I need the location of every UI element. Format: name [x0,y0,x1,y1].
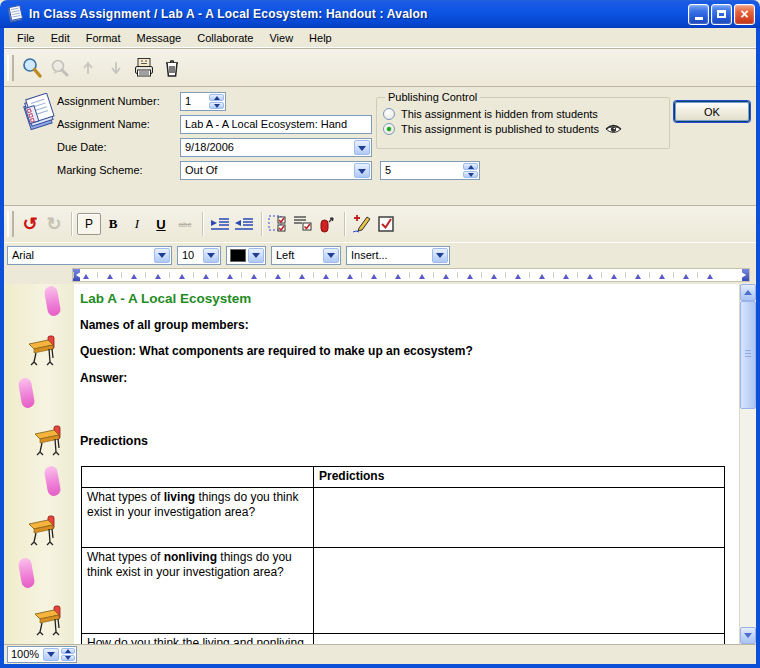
list-answer-icon[interactable] [291,212,315,236]
ruler-right-margin-marker[interactable] [742,269,749,281]
toolbar-grip[interactable] [7,55,14,81]
ok-button[interactable]: OK [674,101,750,122]
zoom-down-icon[interactable] [61,655,75,661]
paragraph-style-button[interactable]: P [77,213,101,235]
prev-arrow-icon[interactable] [74,54,102,82]
titlebar[interactable]: In Class Assignment / Lab A - A Local Ec… [0,0,760,28]
toolbar-grip[interactable] [7,211,14,237]
menu-message[interactable]: Message [130,30,189,46]
alignment-value: Left [272,247,322,264]
checked-box-icon[interactable] [374,212,398,236]
chevron-down-icon[interactable] [154,248,170,263]
table-row: What types of living things do you think… [82,487,725,547]
ruler-tick [433,269,457,281]
scroll-down-icon[interactable] [740,627,756,644]
chevron-down-icon[interactable] [354,140,370,155]
hidden-option-label: This assignment is hidden from students [401,108,598,120]
close-button[interactable]: × [734,4,755,25]
marking-out-of-stepper[interactable]: 5 [380,161,480,180]
font-size-value: 10 [178,247,202,264]
insert-dropdown[interactable]: Insert... [346,246,450,265]
bold-button[interactable]: B [101,212,125,236]
school-desk-decoration [4,599,74,644]
ruler-tick [313,269,337,281]
next-arrow-icon[interactable] [102,54,130,82]
menu-collaborate[interactable]: Collaborate [190,30,260,46]
zoom-up-icon[interactable] [61,648,75,654]
ruler-tick [97,269,121,281]
menu-file[interactable]: File [10,30,42,46]
ruler-tick [385,269,409,281]
redo-icon[interactable]: ↻ [42,212,66,236]
ruler-tick [241,269,265,281]
pink-eraser-icon [43,465,61,497]
chevron-down-icon[interactable] [43,648,59,661]
menu-format[interactable]: Format [79,30,128,46]
ruler-tick [409,269,433,281]
indent-icon[interactable] [208,212,232,236]
alignment-dropdown[interactable]: Left [271,246,341,265]
font-color-dropdown[interactable] [226,246,266,265]
pink-eraser-decoration [4,284,74,329]
doc-answer-line: Answer: [80,371,127,385]
due-date-dropdown[interactable]: 9/18/2006 [180,138,372,157]
publishing-control-group: Publishing Control This assignment is hi… [376,91,670,149]
document-content[interactable]: Lab A - A Local Ecosystem Names of all g… [74,284,739,644]
menu-view[interactable]: View [262,30,300,46]
ruler-tick [649,269,673,281]
desk-icon [34,605,64,637]
strikethrough-button[interactable]: abc [173,212,197,236]
undo-icon[interactable]: ↺ [18,212,42,236]
hidden-option-row[interactable]: This assignment is hidden from students [383,108,663,120]
question-cell: What types of living things do you think… [82,487,314,547]
answer-cell[interactable] [314,633,725,644]
chevron-down-icon[interactable] [354,163,370,178]
outdent-icon[interactable] [232,212,256,236]
font-name-dropdown[interactable]: Arial [7,246,172,265]
ruler-tick [625,269,649,281]
number-up-icon[interactable] [209,94,224,101]
notepad-icon [6,5,24,23]
number-down-icon[interactable] [209,102,224,109]
answer-cell[interactable] [314,487,725,547]
assignment-name-field[interactable]: Lab A - A Local Ecosystem: Hand [180,115,372,134]
vertical-scrollbar[interactable] [739,284,756,644]
multi-answer-icon[interactable] [267,212,291,236]
assignment-name-value: Lab A - A Local Ecosystem: Hand [181,116,371,133]
assignment-number-stepper[interactable]: 1 [180,92,226,111]
ruler-tick [361,269,385,281]
underline-button[interactable]: U [149,212,173,236]
ruler[interactable] [72,268,750,282]
trash-icon[interactable] [158,54,186,82]
minimize-button[interactable] [688,4,709,25]
marking-scheme-dropdown[interactable]: Out Of [180,161,372,180]
recorded-answer-icon[interactable] [315,212,339,236]
zoom-icon[interactable] [18,54,46,82]
menu-help[interactable]: Help [302,30,339,46]
italic-button[interactable]: I [125,212,149,236]
search-edit-icon[interactable] [46,54,74,82]
toolbar-separator [202,212,203,236]
ruler-tick [601,269,625,281]
menu-edit[interactable]: Edit [44,30,77,46]
out-of-down-icon[interactable] [463,171,478,178]
chevron-down-icon[interactable] [248,248,264,263]
maximize-button[interactable] [711,4,732,25]
chevron-down-icon[interactable] [432,248,448,263]
scrollbar-track[interactable] [740,301,756,627]
published-option-row[interactable]: This assignment is published to students [383,123,663,135]
add-annotation-icon[interactable] [350,212,374,236]
answer-cell[interactable] [314,547,725,633]
radio-published-icon[interactable] [383,123,395,135]
out-of-up-icon[interactable] [463,163,478,170]
scrollbar-thumb[interactable] [740,301,756,409]
scroll-up-icon[interactable] [740,284,756,301]
zoom-control[interactable]: 100% [7,646,77,663]
font-size-dropdown[interactable]: 10 [177,246,221,265]
chevron-down-icon[interactable] [203,248,219,263]
radio-hidden-icon[interactable] [383,108,395,120]
chevron-down-icon[interactable] [323,248,339,263]
print-icon[interactable] [130,54,158,82]
ruler-tick [145,269,169,281]
doc-names-line: Names of all group members: [80,318,249,332]
